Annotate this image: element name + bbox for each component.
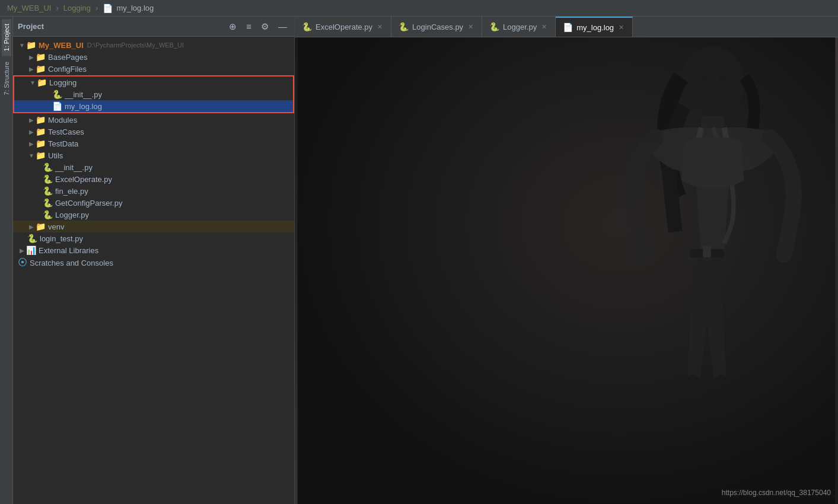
folder-icon-modules: 📁	[36, 115, 46, 125]
content-panel: 🐍 ExcelOperate.py ✕ 🐍 LoginCases.py ✕ 🐍 …	[295, 17, 838, 504]
tree-item-login-test[interactable]: 🐍 login_test.py	[13, 232, 294, 244]
sidebar-item-project[interactable]: 1: Project	[2, 19, 11, 56]
tree-label-logging: Logging	[49, 78, 77, 87]
tab-icon-excel: 🐍	[302, 22, 312, 31]
url-watermark: https://blog.csdn.net/qq_38175040	[722, 489, 831, 497]
tab-icon-logger: 🐍	[489, 22, 499, 31]
toolbar-globe-icon[interactable]: ⊕	[227, 20, 239, 33]
icon-scratches: ⦿	[18, 257, 27, 268]
tree-label-testData: TestData	[48, 139, 78, 148]
tab-mylog[interactable]: 📄 my_log.log ✕	[556, 17, 633, 37]
toolbar-sort-icon[interactable]: ≡	[244, 20, 254, 33]
tree-item-basePages[interactable]: ▶ 📁 BasePages	[13, 51, 294, 63]
tab-close-mylog[interactable]: ✕	[617, 23, 625, 32]
arrow-testData: ▶	[27, 141, 36, 147]
tree-label-modules: Modules	[48, 116, 77, 125]
tree-item-scratches[interactable]: ⦿ Scratches and Consoles	[13, 256, 294, 269]
toolbar-settings-icon[interactable]: ⚙	[259, 20, 271, 33]
tree-item-testData[interactable]: ▶ 📁 TestData	[13, 138, 294, 149]
breadcrumb-logging[interactable]: Logging	[63, 4, 91, 12]
tree-label-my-log: my_log.log	[65, 102, 102, 111]
tree-item-getConfigParser[interactable]: 🐍 GetConfigParser.py	[13, 197, 294, 209]
svg-rect-7	[703, 246, 711, 257]
tree-label-init-utils: __init__.py	[55, 163, 93, 172]
arrow-logging: ▼	[28, 79, 37, 86]
tree-label-testCases: TestCases	[48, 127, 84, 136]
breadcrumb-sep-2: ›	[95, 4, 98, 12]
py-icon-init-utils: 🐍	[43, 162, 53, 172]
tree-item-root[interactable]: ▼ 📁 My_WEB_UI D:\PycharmProjects\My_WEB_…	[13, 39, 294, 51]
breadcrumb-project[interactable]: My_WEB_UI	[7, 4, 51, 12]
tree-label-venv: venv	[48, 222, 64, 231]
tree-label-basePages: BasePages	[48, 53, 88, 62]
arrow-venv: ▶	[27, 224, 36, 230]
tree-item-external-libs[interactable]: ▶ 📊 External Libraries	[13, 244, 294, 256]
tree-item-fin-ele[interactable]: 🐍 fin_ele.py	[13, 185, 294, 197]
tabs-bar: 🐍 ExcelOperate.py ✕ 🐍 LoginCases.py ✕ 🐍 …	[295, 17, 838, 37]
tab-excel[interactable]: 🐍 ExcelOperate.py ✕	[295, 17, 391, 37]
tree-item-testCases[interactable]: ▶ 📁 TestCases	[13, 126, 294, 138]
tree-label-fin-ele: fin_ele.py	[55, 187, 88, 196]
svg-point-2	[681, 46, 744, 120]
py-icon-logger: 🐍	[43, 210, 53, 219]
folder-icon-logging: 📁	[37, 78, 47, 87]
tree-item-init-logging[interactable]: 🐍 __init__.py	[14, 88, 293, 100]
toolbar-minimize-icon[interactable]: —	[276, 20, 289, 33]
project-toolbar: Project ⊕ ≡ ⚙ —	[13, 17, 294, 37]
svg-point-5	[710, 375, 733, 415]
py-icon-fin-ele: 🐍	[43, 186, 53, 196]
svg-point-4	[681, 375, 705, 415]
tree-label-scratches: Scratches and Consoles	[30, 259, 113, 267]
breadcrumb-current: my_log.log	[116, 4, 154, 12]
tree-label-utils: Utils	[48, 151, 63, 160]
tree-item-excelOperate[interactable]: 🐍 ExcelOperate.py	[13, 173, 294, 185]
folder-icon-venv: 📁	[36, 222, 46, 231]
py-icon-getConfigParser: 🐍	[43, 198, 53, 208]
arrow-basePages: ▶	[27, 54, 36, 60]
tree-label-external-libs: External Libraries	[39, 246, 98, 255]
tab-close-login[interactable]: ✕	[467, 23, 474, 31]
py-icon-login-test: 🐍	[27, 234, 37, 243]
tree-item-configFiles[interactable]: ▶ 📁 ConfigFiles	[13, 63, 294, 75]
logging-section: ▼ 📁 Logging 🐍 __init__.py 📄 my_log.log	[13, 75, 294, 113]
tab-logger[interactable]: 🐍 Logger.py ✕	[482, 17, 556, 37]
tab-label-mylog: my_log.log	[576, 23, 614, 32]
editor-area: https://blog.csdn.net/qq_38175040	[295, 37, 838, 504]
folder-icon-utils: 📁	[36, 151, 46, 160]
tree-item-venv[interactable]: ▶ 📁 venv	[13, 221, 294, 232]
tree-item-utils[interactable]: ▼ 📁 Utils	[13, 149, 294, 161]
arrow-testCases: ▶	[27, 129, 36, 135]
tree-path-root: D:\PycharmProjects\My_WEB_UI	[87, 42, 184, 49]
arrow-external-libs: ▶	[18, 247, 26, 254]
tab-label-excel: ExcelOperate.py	[316, 23, 372, 31]
folder-icon-root: 📁	[26, 40, 36, 50]
breadcrumb-sep-1: ›	[56, 4, 58, 12]
tab-label-logger: Logger.py	[503, 23, 537, 31]
tree-label-root: My_WEB_UI	[39, 41, 84, 50]
arrow-utils: ▼	[27, 152, 36, 159]
tab-label-login: LoginCases.py	[412, 23, 463, 31]
sidebar-item-structure[interactable]: 7: Structure	[2, 57, 11, 100]
tree-label-login-test: login_test.py	[40, 234, 83, 243]
title-bar: My_WEB_UI › Logging › 📄 my_log.log	[0, 0, 838, 17]
breadcrumb-file-icon: 📄	[103, 4, 113, 13]
tree-item-init-utils[interactable]: 🐍 __init__.py	[13, 161, 294, 173]
tree-label-excelOperate: ExcelOperate.py	[55, 175, 112, 184]
tab-close-excel[interactable]: ✕	[376, 23, 384, 31]
folder-icon-testCases: 📁	[36, 127, 46, 136]
folder-icon-basePages: 📁	[36, 52, 46, 62]
tab-icon-login: 🐍	[399, 22, 409, 31]
main-layout: 1: Project 7: Structure Project ⊕ ≡ ⚙ — …	[0, 17, 838, 504]
tree-item-modules[interactable]: ▶ 📁 Modules	[13, 114, 294, 126]
tree-item-my-log[interactable]: 📄 my_log.log	[14, 100, 293, 112]
tree-item-logging[interactable]: ▼ 📁 Logging	[14, 76, 293, 88]
side-tabs: 1: Project 7: Structure	[0, 17, 13, 504]
tree-item-logger[interactable]: 🐍 Logger.py	[13, 209, 294, 221]
tab-icon-mylog: 📄	[563, 23, 573, 32]
py-icon-excelOperate: 🐍	[43, 174, 53, 184]
tree-label-logger: Logger.py	[55, 210, 89, 219]
tab-close-logger[interactable]: ✕	[540, 23, 548, 31]
project-panel-title: Project	[18, 22, 222, 31]
folder-icon-configFiles: 📁	[36, 64, 46, 74]
tab-login[interactable]: 🐍 LoginCases.py ✕	[391, 17, 482, 37]
